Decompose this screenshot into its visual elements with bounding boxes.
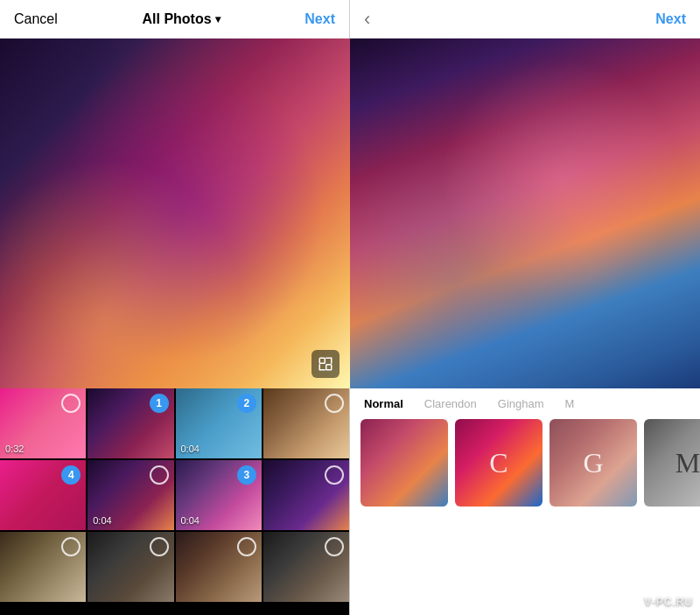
preview-image	[350, 38, 700, 388]
filter-tab-normal[interactable]: Normal	[364, 397, 403, 410]
filter-thumb-moon[interactable]: M	[644, 419, 700, 507]
thumbnail-grid: 0:32 1 2 0:04 4 0:04 3 0:04	[0, 388, 349, 615]
list-item[interactable]	[176, 532, 262, 602]
list-item[interactable]: 0:04	[88, 460, 173, 530]
list-item[interactable]: 3 0:04	[176, 460, 262, 530]
list-item[interactable]: 4	[0, 460, 86, 530]
video-duration: 0:04	[181, 444, 200, 454]
list-item[interactable]	[0, 532, 86, 602]
filter-thumb-gingham[interactable]: G	[550, 419, 637, 507]
left-header: Cancel All Photos ▾ Next	[0, 0, 349, 38]
svg-rect-0	[319, 358, 325, 363]
right-header: ‹ Next	[350, 0, 700, 38]
right-next-button[interactable]: Next	[655, 11, 686, 27]
right-panel: ‹ Next Normal Clarendon Gingham M C G	[350, 0, 700, 615]
list-item[interactable]: 0:32	[0, 388, 86, 458]
select-circle	[150, 465, 169, 485]
filter-letter: C	[489, 447, 508, 479]
video-duration: 0:04	[93, 515, 111, 526]
filter-letter: M	[676, 447, 700, 479]
list-item[interactable]	[263, 388, 349, 458]
svg-rect-1	[326, 365, 332, 370]
filter-tab-clarendon[interactable]: Clarendon	[424, 397, 477, 410]
filters-section: Normal Clarendon Gingham M C G M	[350, 388, 700, 615]
selection-badge: 2	[237, 394, 256, 413]
filter-thumbnails: C G M	[350, 416, 700, 517]
filter-thumb-normal[interactable]	[360, 419, 448, 507]
main-photo-preview	[0, 38, 350, 388]
filter-preview	[350, 38, 700, 388]
list-item[interactable]: 2 0:04	[176, 388, 262, 458]
list-item[interactable]	[263, 460, 349, 530]
selection-badge: 1	[150, 394, 169, 413]
filter-thumb-clarendon[interactable]: C	[455, 419, 542, 507]
select-circle	[150, 537, 169, 556]
list-item[interactable]	[263, 532, 349, 602]
selection-badge: 3	[237, 465, 256, 485]
album-title: All Photos	[143, 11, 212, 27]
filter-tab-moon[interactable]: M	[565, 397, 575, 410]
list-item[interactable]	[88, 532, 173, 602]
filter-tab-gingham[interactable]: Gingham	[498, 397, 544, 410]
album-title-area[interactable]: All Photos ▾	[143, 11, 220, 27]
cancel-button[interactable]: Cancel	[14, 11, 58, 27]
left-next-button[interactable]: Next	[304, 11, 335, 27]
expand-button[interactable]	[312, 350, 340, 378]
back-button[interactable]: ‹	[364, 10, 370, 29]
chevron-down-icon: ▾	[215, 13, 220, 25]
select-circle	[237, 537, 256, 556]
filter-letter: G	[583, 447, 603, 479]
filter-label-row: Normal Clarendon Gingham M	[350, 388, 700, 416]
video-duration: 0:04	[181, 515, 200, 526]
select-circle	[325, 394, 344, 413]
list-item[interactable]: 1	[88, 388, 173, 458]
select-circle	[325, 465, 344, 485]
select-circle	[325, 537, 344, 556]
main-photo-image	[0, 38, 350, 388]
video-duration: 0:32	[5, 444, 24, 454]
left-panel: Cancel All Photos ▾ Next 0:32 1	[0, 0, 350, 615]
